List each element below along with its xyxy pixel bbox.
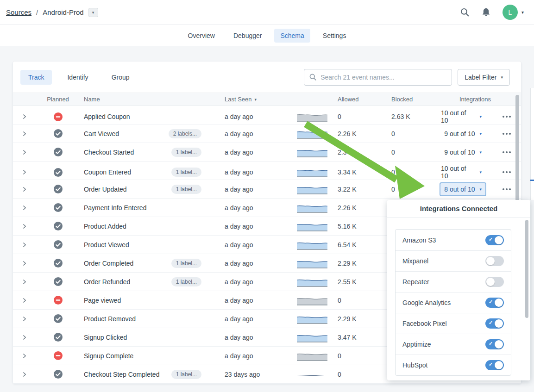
event-type-tabs: TrackIdentifyGroup	[20, 70, 138, 85]
label-filter-text: Label Filter	[465, 74, 496, 81]
table-row[interactable]: Order Updated1 label...a day ago3.22 K08…	[13, 180, 521, 199]
integrations-count: 9 out of 10	[444, 149, 475, 156]
last-seen-value: a day ago	[204, 168, 276, 176]
col-header-last-seen[interactable]: Last Seen ▾	[204, 96, 276, 103]
tab-schema[interactable]: Schema	[274, 29, 310, 43]
label-badge: 1 label...	[171, 370, 201, 379]
integration-toggle[interactable]: ✓	[485, 235, 504, 245]
expand-row-button[interactable]	[13, 169, 36, 175]
allowed-value: 2.29 K	[327, 260, 381, 267]
tab-overview[interactable]: Overview	[182, 29, 221, 43]
expand-chevron-icon[interactable]	[21, 316, 28, 322]
expand-row-button[interactable]	[13, 205, 36, 211]
expand-row-button[interactable]	[13, 316, 36, 322]
expand-row-button[interactable]	[13, 297, 36, 304]
expand-chevron-icon[interactable]	[21, 169, 28, 175]
planned-check-icon	[54, 240, 63, 249]
table-header: Planned Name Last Seen ▾ Allowed Blocked…	[13, 93, 521, 106]
tab-settings[interactable]: Settings	[317, 29, 352, 43]
expand-row-button[interactable]	[13, 131, 36, 137]
expand-row-button[interactable]	[13, 223, 36, 230]
row-more-button[interactable]	[497, 188, 516, 190]
blocked-value: 0	[381, 149, 436, 156]
label-filter-button[interactable]: Label Filter ▾	[458, 69, 510, 86]
integrations-dropdown[interactable]: 9 out of 10▾	[440, 127, 486, 141]
expand-chevron-icon[interactable]	[21, 223, 28, 230]
integration-row: Facebook Pixel✓	[396, 313, 511, 334]
expand-row-button[interactable]	[13, 149, 36, 156]
last-seen-value: a day ago	[204, 223, 276, 230]
planned-status	[36, 112, 80, 121]
integrations-dropdown[interactable]: 8 out of 10▾	[440, 182, 486, 196]
allowed-value: 0	[327, 297, 381, 304]
col-header-planned: Planned	[36, 96, 80, 103]
volume-sparkline	[297, 147, 327, 157]
breadcrumb-sources-link[interactable]: Sources	[6, 8, 31, 16]
table-row[interactable]: Cart Viewed2 labels...a day ago2.26 K09 …	[13, 124, 521, 143]
planned-check-icon	[54, 185, 63, 193]
integration-toggle[interactable]: ✓	[485, 360, 504, 370]
popup-scrollbar[interactable]	[525, 220, 528, 318]
allowed-value: 6.54 K	[327, 241, 381, 249]
expand-row-button[interactable]	[13, 371, 36, 378]
expand-chevron-icon[interactable]	[21, 186, 28, 193]
expand-row-button[interactable]	[13, 186, 36, 193]
user-menu-caret-icon[interactable]: ▾	[521, 10, 524, 15]
expand-chevron-icon[interactable]	[21, 260, 28, 267]
event-name: Payment Info Entered	[84, 204, 146, 212]
row-more-button[interactable]	[497, 171, 516, 173]
popup-title: Integrations Connected	[387, 200, 530, 218]
expand-chevron-icon[interactable]	[21, 334, 28, 341]
expand-row-button[interactable]	[13, 260, 36, 267]
planned-status	[36, 240, 80, 249]
event-name: Cart Viewed	[84, 130, 119, 137]
integration-toggle[interactable]: ✓	[485, 339, 504, 349]
type-tab-track[interactable]: Track	[20, 70, 52, 85]
integration-toggle[interactable]: ✓	[485, 298, 504, 308]
table-row[interactable]: Coupon Entered1 label...a day ago3.34 K0…	[13, 162, 521, 180]
notifications-bell-icon[interactable]	[482, 7, 490, 17]
tab-debugger[interactable]: Debugger	[227, 29, 268, 43]
expand-chevron-icon[interactable]	[21, 279, 28, 285]
expand-row-button[interactable]	[13, 334, 36, 341]
row-more-button[interactable]	[497, 116, 516, 118]
integrations-dropdown[interactable]: 10 out of 10▾	[436, 106, 486, 127]
table-row[interactable]: Applied Coupona day ago02.63 K10 out of …	[13, 106, 521, 124]
expand-chevron-icon[interactable]	[21, 113, 28, 120]
volume-sparkline	[297, 221, 327, 231]
expand-chevron-icon[interactable]	[21, 242, 28, 248]
toggle-knob	[495, 340, 503, 348]
row-more-button[interactable]	[497, 133, 516, 135]
expand-chevron-icon[interactable]	[21, 205, 28, 211]
source-dropdown-button[interactable]: ▾	[88, 8, 98, 17]
expand-row-button[interactable]	[13, 279, 36, 285]
expand-chevron-icon[interactable]	[21, 353, 28, 359]
label-badge: 1 label...	[171, 168, 201, 177]
expand-row-button[interactable]	[13, 113, 36, 120]
event-name: Product Removed	[84, 315, 136, 323]
integration-toggle[interactable]: ✓	[485, 256, 504, 266]
integrations-dropdown[interactable]: 9 out of 10▾	[440, 145, 486, 159]
integrations-dropdown[interactable]: 10 out of 10▾	[436, 162, 486, 183]
integration-name: Amazon S3	[402, 236, 436, 244]
integration-name: Facebook Pixel	[402, 320, 447, 327]
type-tab-identify[interactable]: Identify	[59, 70, 96, 85]
table-row[interactable]: Checkout Started1 label...a day ago2.3 K…	[13, 143, 521, 162]
toggle-knob	[495, 299, 503, 307]
type-tab-group[interactable]: Group	[104, 70, 138, 85]
expand-chevron-icon[interactable]	[21, 131, 28, 137]
expand-chevron-icon[interactable]	[21, 371, 28, 378]
expand-chevron-icon[interactable]	[21, 297, 28, 304]
event-search-input[interactable]	[320, 74, 447, 81]
planned-status	[36, 129, 80, 138]
integration-toggle[interactable]: ✓	[485, 318, 504, 329]
integration-toggle[interactable]: ✓	[485, 277, 504, 287]
user-avatar[interactable]: L	[503, 5, 518, 20]
planned-check-icon	[54, 314, 63, 323]
search-icon[interactable]	[460, 7, 470, 17]
expand-chevron-icon[interactable]	[21, 149, 28, 156]
event-name: Checkout Started	[84, 149, 134, 156]
row-more-button[interactable]	[497, 151, 516, 153]
expand-row-button[interactable]	[13, 353, 36, 359]
expand-row-button[interactable]	[13, 242, 36, 248]
